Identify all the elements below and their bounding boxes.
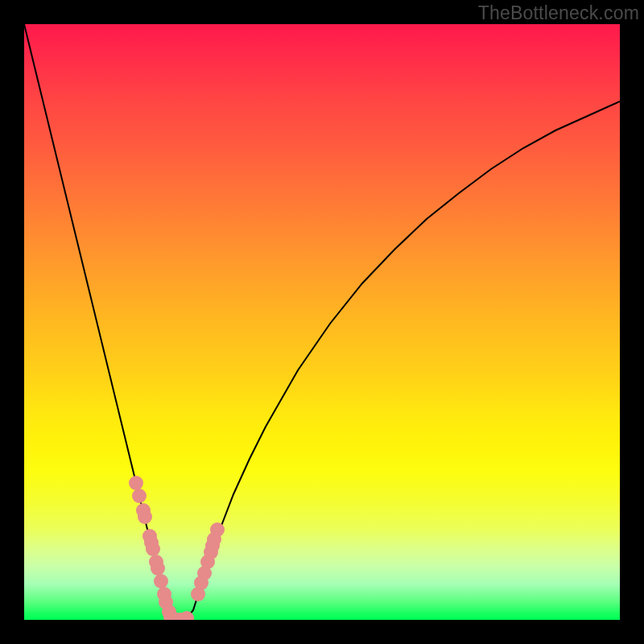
watermark-text: TheBottleneck.com bbox=[478, 2, 639, 24]
marker-dot bbox=[154, 574, 168, 588]
marker-dot bbox=[151, 561, 165, 576]
marker-dot bbox=[138, 510, 152, 524]
curve-svg bbox=[24, 24, 620, 620]
marker-dot bbox=[129, 476, 143, 490]
marker-group bbox=[129, 476, 225, 620]
marker-dot bbox=[146, 542, 160, 556]
chart-stage: TheBottleneck.com bbox=[0, 0, 644, 644]
bottleneck-curve bbox=[24, 24, 620, 620]
plot-area bbox=[24, 24, 620, 620]
marker-dot bbox=[210, 522, 225, 537]
marker-dot bbox=[132, 489, 147, 503]
